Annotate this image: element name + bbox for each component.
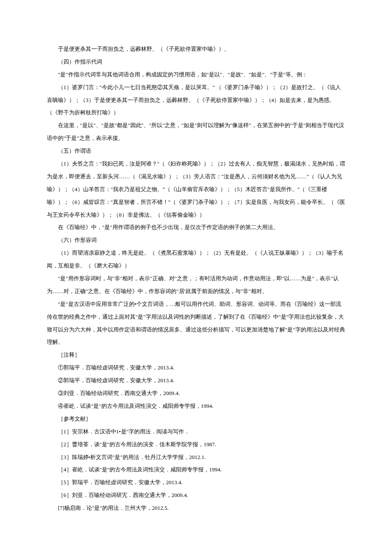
reference-item: ［3］陈瑞婷•析文言词"是"的用法．牡丹江大学学报，2012.1.	[47, 451, 345, 464]
note-item: ④崔屹．试谈"是"的古今用法及词性演交．咸阳师专学报，1994.	[47, 400, 345, 413]
paragraph: 在这里，"是以"、"是故"都是"因此"、"所以"之意，"如是"则可以理解为"像这…	[47, 119, 345, 145]
section-heading: （五）作谓语	[47, 145, 345, 157]
note-item: ②郭瑞平．百喻经虚词研究．安徽大学，2013.4.	[47, 374, 345, 387]
references-heading: ［参考文献］	[47, 413, 345, 425]
paragraph: （1）夫答之言："我妇已死，汝是阿谁？"（《妇诈称死喻》）；（2）过去有人，痴无…	[47, 157, 345, 221]
paragraph: （1）而望清凉寂静之道，终无是处。（《煮黑石蜜浆喻》）；（2）无有是处。（《人说…	[47, 247, 345, 272]
note-item: ①郭瑞平．百喻经虚词研究．安徽大学，2013.4.	[47, 361, 345, 374]
paragraph: （1）婆罗门言："今此小儿一七日当死愍②其夭殇，是以哭耳。" （《婆罗门杀子喻》…	[47, 81, 345, 119]
reference-item: [7]杨启南．论"是"的用法．兰州大学，2012.5.	[47, 502, 345, 514]
reference-item: ［5］郭瑞平．百喻经虚词研究．安徽大学，2013.4.	[47, 476, 345, 489]
reference-item: ［2］曹培荃．谈"是"的古今用法的演变．佳木斯学院学报，1987.	[47, 438, 345, 451]
reference-item: ［1］安宗林．古汉语中1•是"字的用法．阅读与写作．	[47, 425, 345, 438]
reference-item: ［4］崔屹．试谈"是"的古今用法及词性演交．咸阳师专学报，1994.	[47, 463, 345, 476]
paragraph: "是"作指示代词常与其他词语合用，构成固定的习惯用语，如"是以"、"是故"、"如…	[47, 68, 345, 81]
reference-item: ［6］刘亚．百喻经动词研宄．西南交通大学，2009.4.	[47, 489, 345, 502]
section-heading: （四）作指示代词	[47, 55, 345, 68]
notes-heading: ［注释］	[47, 349, 345, 361]
paragraph: 于是便更杀其一子而担负之，远葬林野。（《子死欲停置家中喻》）。	[47, 43, 345, 55]
paragraph: 在《百喻经》中，"是"用作谓语的例子也不少出现，是仅次于作定语的例子的第二大用法…	[47, 221, 345, 234]
document-page: 于是便更杀其一子而担负之，远葬林野。（《子死欲停置家中喻》）。 （四）作指示代词…	[0, 0, 392, 549]
paragraph: "是"是古汉语中应用非常广泛的•个文言词语，…般可以用作代词、助词、形容词、动词…	[47, 298, 345, 349]
paragraph: "是"用作形容词时，与"非"相对，表示"正确、对"之意，；有时活用为动词，作意动…	[47, 272, 345, 298]
note-item: ③刘亚．百喻经动词研究．西南交通大学，2009.4.	[47, 387, 345, 400]
section-heading: （六）作形容词	[47, 234, 345, 247]
